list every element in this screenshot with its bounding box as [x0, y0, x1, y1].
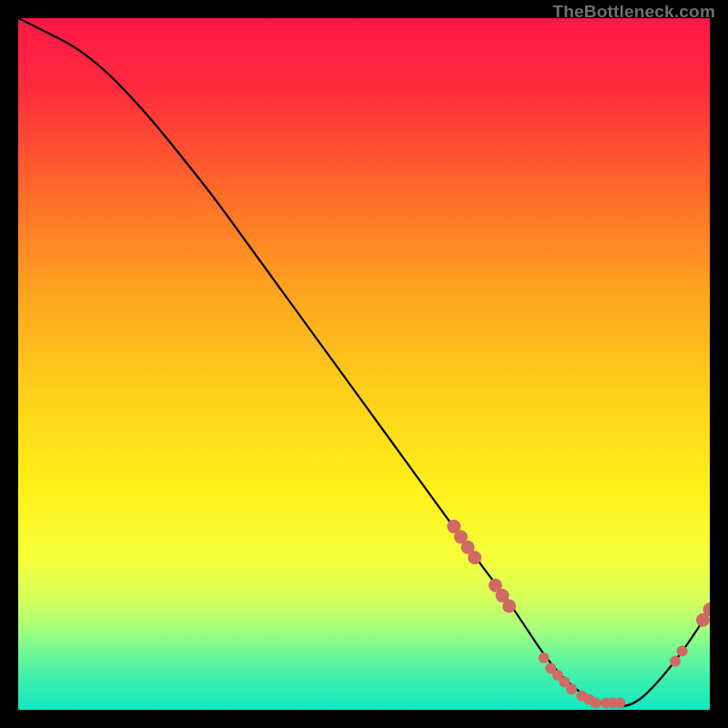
data-marker — [539, 652, 550, 663]
attribution-watermark: TheBottleneck.com — [552, 2, 715, 22]
data-marker — [566, 683, 577, 694]
data-marker — [670, 656, 681, 667]
gradient-background — [18, 18, 710, 710]
bottleneck-chart — [18, 18, 710, 710]
data-marker — [468, 551, 481, 564]
data-marker — [677, 645, 688, 656]
chart-stage: TheBottleneck.com — [0, 0, 728, 728]
data-marker — [614, 697, 625, 708]
data-marker — [591, 697, 602, 708]
data-marker — [502, 600, 516, 613]
